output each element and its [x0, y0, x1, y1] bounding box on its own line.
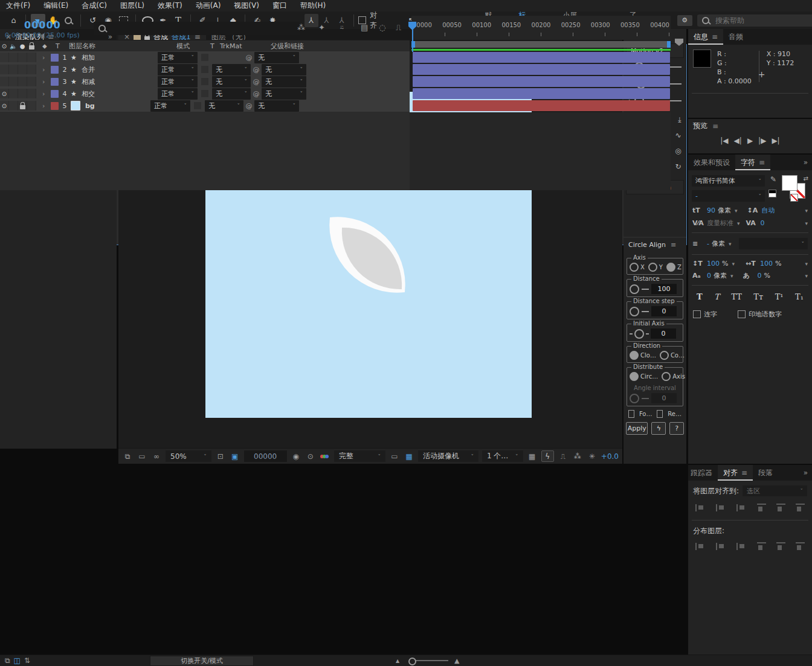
trkmat-column[interactable]: TrkMat	[220, 42, 262, 50]
layer-name[interactable]: 相加	[82, 53, 158, 62]
time-ruler[interactable]: 00000 00050 00100 00150 00200 00250 0030…	[411, 16, 671, 40]
layer-label-chip[interactable]	[51, 102, 59, 110]
lock-toggle[interactable]	[27, 53, 36, 62]
initial-axis-slider[interactable]	[634, 329, 644, 339]
warp-settings-icon[interactable]: ↻	[675, 162, 682, 171]
re-checkbox[interactable]	[657, 410, 663, 418]
layer-duration-bar[interactable]	[413, 64, 670, 75]
magnification-select[interactable]: 50%˅	[166, 450, 211, 462]
align-center-horizontal-icon[interactable]	[716, 504, 726, 511]
menu-window[interactable]: 窗口	[272, 1, 287, 11]
parent-select[interactable]: 无˅	[254, 100, 299, 112]
hindi-digits-checkbox[interactable]	[738, 310, 746, 318]
visibility-toggle[interactable]: ⊙	[0, 89, 9, 98]
trkmat-toggle-box[interactable]	[201, 90, 208, 97]
layer-duration-bar[interactable]	[413, 100, 670, 111]
parent-pickwhip-icon[interactable]: @	[251, 90, 262, 98]
trkmat-select[interactable]: 无˅	[212, 64, 251, 75]
audio-toggle[interactable]	[9, 101, 18, 110]
solo-toggle[interactable]	[27, 101, 36, 110]
sync-settings-icon[interactable]: ⚙	[677, 15, 692, 26]
audio-toggle[interactable]	[9, 89, 18, 98]
tab-tracker[interactable]: 跟踪器	[688, 465, 718, 481]
tracking-value[interactable]: 0	[761, 219, 765, 227]
swap-fill-stroke-icon[interactable]: ⇄	[804, 175, 808, 182]
direction-counter-radio[interactable]	[660, 351, 669, 360]
faux-italic-button[interactable]: T	[714, 292, 720, 301]
tab-paragraph[interactable]: 段落	[753, 465, 778, 481]
tsume-value[interactable]: 0	[758, 272, 762, 280]
shy-layers-icon[interactable]: ⍨	[340, 23, 344, 33]
parent-pickwhip-icon[interactable]: @	[243, 54, 254, 62]
expand-chevron-icon[interactable]: ›	[42, 78, 51, 86]
parent-pickwhip-icon[interactable]: @	[251, 66, 262, 74]
flowchart-icon[interactable]: ⁂	[572, 451, 583, 462]
more-panels-icon[interactable]: »	[799, 155, 812, 170]
blend-mode-select[interactable]: 正常˅	[158, 52, 198, 63]
zoom-in-mountain-icon[interactable]: ▲	[454, 657, 459, 665]
visibility-toggle[interactable]: ⊙	[0, 101, 9, 110]
blend-mode-select[interactable]: 正常˅	[150, 100, 190, 112]
parent-column[interactable]: 父级和链接	[271, 42, 304, 51]
distribute-right-icon[interactable]	[796, 542, 805, 551]
fast-previews-button[interactable]: ϟ	[541, 450, 554, 462]
zoom-out-mountain-icon[interactable]: ▲	[396, 658, 399, 664]
align-left-icon[interactable]	[695, 504, 706, 511]
subscript-button[interactable]: T₁	[795, 292, 804, 301]
help-button[interactable]: ?	[669, 422, 684, 435]
label-column-icon[interactable]: ⬥	[42, 42, 56, 50]
menu-edit[interactable]: 编辑(E)	[44, 1, 68, 11]
axis-y-radio[interactable]	[648, 263, 657, 272]
distribute-vcenter-icon[interactable]	[716, 543, 726, 550]
circle-align-title[interactable]: Circle Align ≡	[624, 238, 686, 252]
superscript-button[interactable]: T¹	[775, 292, 784, 301]
eyedropper-icon[interactable]: ✎	[768, 175, 778, 184]
distance-slider[interactable]	[630, 284, 639, 294]
motion-blur-icon[interactable]: ◌	[379, 23, 385, 32]
black-white-swatch-icon[interactable]	[768, 190, 776, 197]
no-color-swatch-icon[interactable]	[790, 194, 798, 202]
axis-x-radio[interactable]	[630, 263, 639, 272]
blend-mode-select[interactable]: 正常˅	[158, 88, 198, 100]
menu-view[interactable]: 视图(V)	[234, 1, 259, 11]
last-frame-button[interactable]: ▶|	[772, 136, 779, 145]
trkmat-select[interactable]: 无˅	[212, 76, 251, 88]
next-frame-button[interactable]: |▶	[758, 136, 766, 145]
trkmat-toggle-box[interactable]	[194, 102, 201, 109]
expand-chevron-icon[interactable]: ›	[42, 66, 51, 74]
tab-character[interactable]: 字符 ≡	[735, 155, 770, 170]
excite-settings-icon[interactable]: ⤓	[678, 115, 682, 124]
align-to-select[interactable]: 选区˅	[743, 485, 807, 496]
layer-label-chip[interactable]	[51, 78, 59, 86]
preview-title[interactable]: 预览 ≡	[688, 119, 812, 133]
expand-chevron-icon[interactable]: ›	[42, 90, 51, 98]
primary-viewer-icon[interactable]: ▭	[137, 451, 147, 462]
play-button[interactable]: ▶	[747, 136, 753, 145]
tab-audio[interactable]: 音频	[723, 29, 749, 45]
timeline-search-input[interactable]	[110, 24, 269, 34]
layer-label-chip[interactable]	[51, 90, 59, 98]
fill-color-swatch[interactable]	[782, 175, 798, 191]
graph-editor-icon[interactable]: ⎍	[396, 23, 401, 33]
align-center-vertical-icon[interactable]	[776, 504, 785, 512]
layer-label-chip[interactable]	[51, 54, 59, 62]
visibility-toggle[interactable]	[0, 77, 9, 86]
expand-chevron-icon[interactable]: ›	[42, 102, 51, 110]
quick-apply-button[interactable]: ϟ	[651, 422, 666, 435]
always-preview-icon[interactable]: ⧉	[122, 451, 133, 462]
panel-menu-icon[interactable]: ≡	[671, 241, 676, 249]
3d-glasses-icon[interactable]: ∞	[151, 451, 162, 462]
menu-layer[interactable]: 图层(L)	[120, 1, 144, 11]
initial-axis-input[interactable]: 0	[651, 328, 676, 339]
layer-name[interactable]: 合并	[82, 65, 158, 74]
layer-list-empty-area[interactable]	[0, 112, 410, 190]
frame-blending-icon[interactable]: ▤	[361, 23, 368, 32]
baseline-shift-value[interactable]: 0	[707, 272, 711, 280]
distribute-axis-radio[interactable]	[662, 372, 671, 381]
solo-toggle[interactable]	[18, 89, 27, 98]
trkmat-select[interactable]: 无˅	[205, 100, 243, 112]
tab-info[interactable]: 信息 ≡	[688, 29, 723, 45]
layer-duration-bar[interactable]	[413, 88, 670, 99]
angle-interval-input[interactable]: 0	[651, 393, 677, 403]
layer-name[interactable]: bg	[80, 102, 150, 110]
